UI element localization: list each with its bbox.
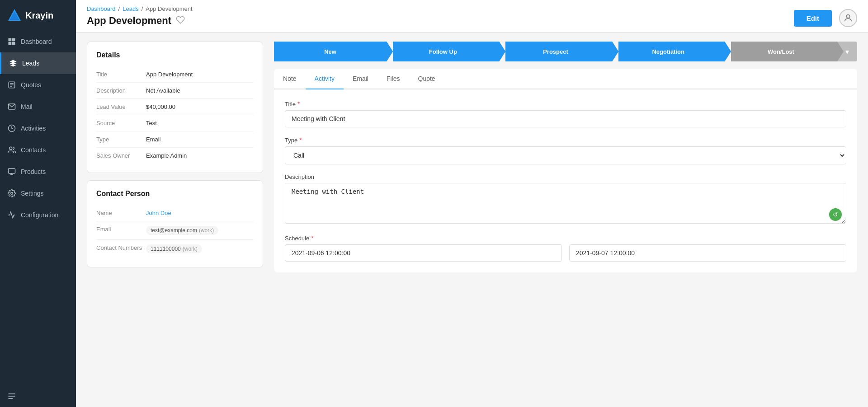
sidebar-item-products[interactable]: Products [0,161,76,182]
activities-icon [7,124,16,133]
sidebar-item-activities[interactable]: Activities [0,117,76,139]
contact-row-email: Email test@example.com (work) [96,221,254,240]
svg-rect-4 [9,42,12,45]
form-group-type: Type * Call Email Meeting Follow Up [285,136,846,164]
contact-person-card: Contact Person Name John Doe Email test@… [87,180,263,267]
detail-row-type: Type Email [96,131,254,148]
main-content: Dashboard / Leads / App Development App … [76,0,868,407]
schedule-label: Schedule * [285,234,846,242]
breadcrumb-leads[interactable]: Leads [123,5,138,12]
leads-icon [9,59,18,68]
contact-row-name: Name John Doe [96,205,254,221]
schedule-end-input[interactable] [569,244,846,262]
description-wrapper: Meeting with Client ↺ [285,183,846,225]
tab-email[interactable]: Email [344,69,377,89]
content-area: Details Title App Development Descriptio… [76,33,868,407]
svg-rect-3 [12,38,15,42]
left-panel: Details Title App Development Descriptio… [87,42,263,398]
products-icon [7,167,16,176]
pipeline: New Follow Up Prospect Negotiation Won/L… [274,42,857,61]
breadcrumb-current: App Development [146,5,192,12]
settings-icon [7,189,16,198]
sidebar-item-mail-label: Mail [21,103,33,110]
sidebar-item-settings[interactable]: Settings [0,182,76,204]
contacts-icon [7,145,16,154]
page-title: App Development [87,15,171,27]
sidebar-item-settings-label: Settings [21,190,44,197]
pipeline-step-negotiation[interactable]: Negotiation [612,42,725,61]
svg-rect-5 [12,42,15,45]
type-select[interactable]: Call Email Meeting Follow Up [285,146,846,164]
contact-phone-badge: 1111100000 (work) [146,244,202,253]
sidebar-item-quotes[interactable]: Quotes [0,74,76,96]
contact-name-link[interactable]: John Doe [146,210,171,216]
form-group-schedule: Schedule * [285,234,846,262]
description-label: Description [285,173,846,180]
sidebar-item-configuration[interactable]: Configuration [0,204,76,226]
quotes-icon [7,80,16,89]
svg-rect-2 [9,38,12,42]
logo-text: Krayin [25,10,53,21]
schedule-row [285,244,846,262]
sidebar-item-leads-label: Leads [22,60,39,67]
sidebar-item-quotes-label: Quotes [21,81,41,89]
pipeline-step-prospect[interactable]: Prospect [499,42,612,61]
details-title: Details [96,51,254,59]
config-icon [7,211,16,220]
sidebar-nav: Dashboard Leads Quotes Mail Activities [0,31,76,385]
type-label: Type * [285,136,846,144]
tab-note[interactable]: Note [274,69,306,89]
sidebar-item-activities-label: Activities [21,125,46,132]
refresh-icon[interactable]: ↺ [829,208,842,221]
detail-row-source: Source Test [96,115,254,131]
activity-form: Title * Type * Call Email [274,89,857,272]
dashboard-icon [7,37,16,46]
svg-rect-13 [9,168,15,173]
tabs-bar: Note Activity Email Files Quote [274,69,857,89]
pipeline-step-new[interactable]: New [274,42,387,61]
detail-row-description: Description Not Available [96,83,254,99]
sidebar-item-products-label: Products [21,168,46,175]
svg-point-16 [11,192,13,195]
tab-activity[interactable]: Activity [306,69,344,89]
form-group-description: Description Meeting with Client ↺ [285,173,846,225]
sidebar-item-leads[interactable]: Leads [0,52,76,74]
sidebar-item-dashboard[interactable]: Dashboard [0,31,76,52]
sidebar: Krayin Dashboard Leads Quotes Mail [0,0,76,407]
description-textarea[interactable]: Meeting with Client [285,183,846,224]
form-group-title: Title * [285,100,846,127]
title-label: Title * [285,100,846,108]
detail-row-lead-value: Lead Value $40,000.00 [96,99,254,115]
breadcrumb: Dashboard / Leads / App Development [87,5,193,12]
pipeline-step-wonlost[interactable]: Won/Lost [725,42,837,61]
logo-icon [7,8,22,23]
detail-row-title: Title App Development [96,66,254,83]
logo: Krayin [0,0,76,31]
schedule-start-input[interactable] [285,244,562,262]
sidebar-bottom-icon[interactable] [0,385,76,407]
sidebar-item-contacts-label: Contacts [21,146,46,154]
svg-point-20 [846,15,849,18]
tab-files[interactable]: Files [377,69,409,89]
activity-section: Note Activity Email Files Quote Title * [274,69,857,272]
contact-row-numbers: Contact Numbers 1111100000 (work) [96,240,254,258]
user-avatar[interactable] [839,9,857,27]
svg-point-12 [9,147,12,150]
contact-person-title: Contact Person [96,190,254,198]
sidebar-item-configuration-label: Configuration [21,211,58,219]
title-input[interactable] [285,110,846,127]
bookmark-icon[interactable] [176,15,185,26]
tab-quote[interactable]: Quote [409,69,444,89]
pipeline-step-followup[interactable]: Follow Up [387,42,499,61]
mail-icon [7,102,16,111]
contact-email-badge: test@example.com (work) [146,226,218,235]
edit-button[interactable]: Edit [794,10,832,27]
right-panel: New Follow Up Prospect Negotiation Won/L… [274,42,857,398]
sidebar-item-contacts[interactable]: Contacts [0,139,76,161]
breadcrumb-dashboard[interactable]: Dashboard [87,5,116,12]
sidebar-item-mail[interactable]: Mail [0,96,76,117]
detail-row-sales-owner: Sales Owner Example Admin [96,148,254,164]
details-card: Details Title App Development Descriptio… [87,42,263,173]
sidebar-item-dashboard-label: Dashboard [21,38,52,45]
